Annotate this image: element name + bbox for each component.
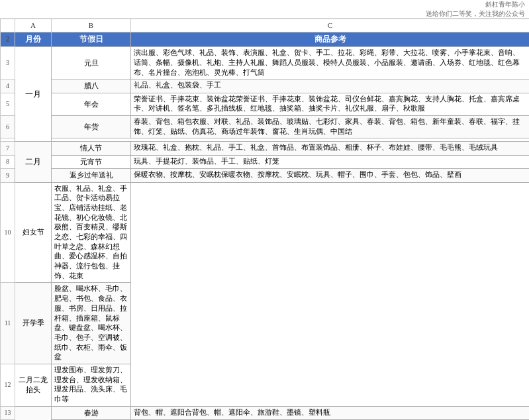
- row-num-3: 3: [1, 47, 15, 79]
- table-row: 11 开学季 脸盆、喝水杯、毛巾、肥皂、书包、食品、衣服、书房、日用品、拉杆箱、…: [1, 283, 530, 364]
- month-feb: 二月: [15, 142, 52, 182]
- festival-dragon-head: 二月二龙抬头: [15, 364, 52, 406]
- month-jan: 一月: [15, 47, 52, 142]
- product-laba: 礼品、礼盒、包装袋、手工: [131, 79, 530, 93]
- row-num-13: 13: [1, 406, 15, 419]
- col-header-row: A B C: [1, 19, 530, 32]
- header-month: 月份: [15, 32, 52, 47]
- table-row: 12 二月二龙抬头 理发围布、理发剪刀、理发台、理发收纳箱、理发用品、洗头床、毛…: [1, 364, 530, 406]
- spreadsheet-container: 斜杠青年陈小 送给你们二等奖，关注我的公众号 A B C 2 月份 节假日 商品…: [0, 0, 529, 420]
- row-num-11: 11: [1, 283, 15, 364]
- table-row: 8 元宵节 玩具、手提花灯、装饰品、手工、贴纸、灯笼: [1, 155, 530, 168]
- table-row: 6 年货 春装、背包、箱包衣服、对联、礼品、装饰品、玻璃贴、七彩灯、家具、春装、…: [1, 116, 530, 138]
- col-header-b: B: [52, 19, 131, 32]
- col-header-a: A: [15, 19, 52, 32]
- table-row: 10 妇女节 衣服、礼品、礼盒、手工品、贺卡活动易拉宝、店铺活动挂纸、老花镜、初…: [1, 182, 530, 283]
- product-school-season: 脸盆、喝水杯、毛巾、肥皂、书包、食品、衣服、书房、日用品、拉杆箱、插座箱、鼠标盘…: [52, 283, 131, 364]
- product-womens-day: 衣服、礼品、礼盒、手工品、贺卡活动易拉宝、店铺活动挂纸、老花镜、初心化妆镜、北极…: [52, 182, 131, 283]
- col-header-c: C: [131, 19, 530, 32]
- festival-valentines: 情人节: [52, 142, 131, 155]
- festival-return: 返乡过年送礼: [52, 169, 131, 182]
- row-num-9: 9: [1, 169, 15, 182]
- product-valentines: 玫瑰花、礼盒、抱枕、礼品、手工、礼盒、首饰品、布置装饰品、相册、杯子、布娃娃、腰…: [131, 142, 530, 155]
- table-row: 5 年会 荣誉证书、手捧花束、装饰盆花荣誉证书、手捧花束、装饰盆花、司仪台鲜花、…: [1, 93, 530, 115]
- festival-nianhui: 年会: [52, 93, 131, 115]
- product-nianhui: 荣誉证书、手捧花束、装饰盆花荣誉证书、手捧花束、装饰盆花、司仪台鲜花、嘉宾胸花、…: [131, 93, 530, 115]
- row-num-12: 12: [1, 364, 15, 406]
- row-num-7: 7: [1, 142, 15, 155]
- festival-nianhuo: 年货: [52, 116, 131, 138]
- product-spring-outing: 背包、帽、遮阳合背包、帽、遮阳伞、旅游鞋、墨镜、塑料瓶: [131, 406, 530, 419]
- row-num-8: 8: [1, 155, 15, 168]
- table-row: 7 二月 情人节 玫瑰花、礼盒、抱枕、礼品、手工、礼盒、首饰品、布置装饰品、相册…: [1, 142, 530, 155]
- product-yuanxiao: 玩具、手提花灯、装饰品、手工、贴纸、灯笼: [131, 155, 530, 168]
- row-num-5: 5: [1, 93, 15, 115]
- table-header-row: 2 月份 节假日 商品参考: [1, 32, 530, 47]
- header-products: 商品参考: [131, 32, 530, 47]
- festival-yuanxiao: 元宵节: [52, 155, 131, 168]
- main-table: A B C 2 月份 节假日 商品参考 3 一月 元旦 演出服、彩色气球、礼品、…: [0, 19, 529, 420]
- table-row: 13 三月 春游 背包、帽、遮阳合背包、帽、遮阳伞、旅游鞋、墨镜、塑料瓶: [1, 406, 530, 419]
- product-yuandan: 演出服、彩色气球、礼品、装饰、表演服、礼盒、贺卡、手工、拉花、彩绳、彩带、大拉花…: [131, 47, 530, 79]
- row-num-6: 6: [1, 116, 15, 138]
- row-num-4: 4: [1, 79, 15, 93]
- product-return: 保暖衣物、按摩枕、安眠枕保暖衣物、按摩枕、安眠枕、玩具、帽子、围巾、手套、包包、…: [131, 169, 530, 182]
- festival-laba: 腊八: [52, 79, 131, 93]
- header-festival: 节假日: [52, 32, 131, 47]
- row-num-10: 10: [1, 182, 15, 283]
- festival-school-season: 开学季: [15, 283, 52, 364]
- festival-womens-day: 妇女节: [15, 182, 52, 283]
- month-mar: 三月: [15, 406, 52, 420]
- product-dragon-head: 理发围布、理发剪刀、理发台、理发收纳箱、理发用品、洗头床、毛巾等: [52, 364, 131, 406]
- product-nianhuo: 春装、背包、箱包衣服、对联、礼品、装饰品、玻璃贴、七彩灯、家具、春装、背包、箱包…: [131, 116, 530, 138]
- festival-spring-outing: 春游: [52, 406, 131, 419]
- table-row: 4 腊八 礼品、礼盒、包装袋、手工: [1, 79, 530, 93]
- col-header-blank: [1, 19, 15, 32]
- attribution-text: 斜杠青年陈小 送给你们二等奖，关注我的公众号: [426, 0, 525, 19]
- table-row: 9 返乡过年送礼 保暖衣物、按摩枕、安眠枕保暖衣物、按摩枕、安眠枕、玩具、帽子、…: [1, 169, 530, 182]
- table-row: 3 一月 元旦 演出服、彩色气球、礼品、装饰、表演服、礼盒、贺卡、手工、拉花、彩…: [1, 47, 530, 79]
- festival-yuandan: 元旦: [52, 47, 131, 79]
- header-rownum: 2: [1, 32, 15, 47]
- top-bar: 斜杠青年陈小 送给你们二等奖，关注我的公众号: [0, 0, 529, 19]
